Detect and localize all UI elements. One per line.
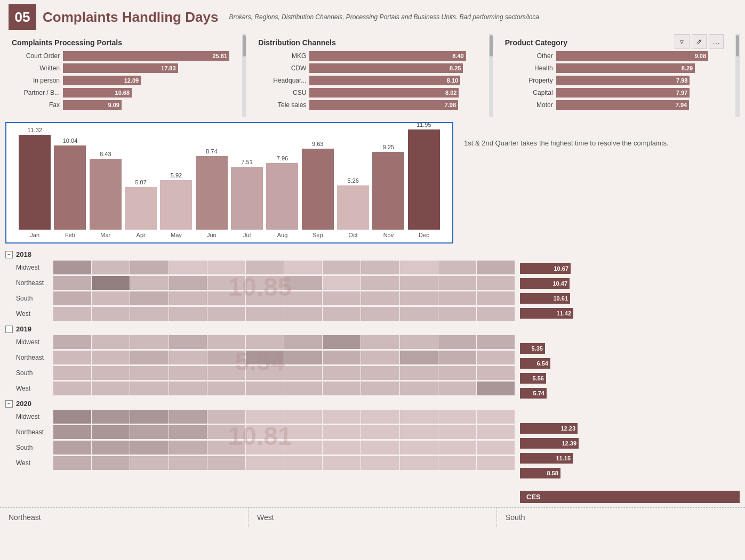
bar-fill: 9.09 (63, 100, 122, 110)
right-bar-value: 12.23 (560, 425, 575, 432)
bar-row: Capital7.97 (505, 88, 724, 98)
heatmap-cell (284, 307, 322, 321)
heatmap-cell (438, 366, 476, 380)
bar-container: 8.29 (556, 63, 724, 73)
right-bar-fill: 5.74 (520, 388, 547, 399)
bar-fill: 10.68 (63, 88, 132, 98)
bar-fill: 7.94 (556, 100, 690, 110)
bar-container: 10.68 (63, 88, 230, 98)
footer-tab-south[interactable]: South (497, 508, 745, 527)
month-col: 7.51Jul (229, 159, 265, 238)
right-bar-row: 10.61 (520, 291, 740, 305)
right-bar-fill: 10.47 (520, 278, 570, 289)
month-label: Nov (383, 232, 394, 238)
more-button[interactable]: … (709, 34, 724, 49)
right-bar-row: 5.56 (520, 371, 740, 385)
heatmap-cell (246, 382, 284, 395)
right-bar-value: 5.35 (532, 345, 543, 352)
heatmap-cell (477, 351, 515, 364)
region-label: West (5, 459, 53, 467)
heatmap-cell (361, 351, 399, 364)
bar-value-label: 8.29 (682, 65, 693, 71)
bar-row: CSU8.02 (258, 88, 477, 98)
month-label: Aug (277, 232, 288, 238)
monthly-bar-value: 7.51 (241, 159, 252, 165)
region-row: Northeast (5, 425, 515, 440)
heatmap-cell (400, 335, 438, 349)
footer-tab-northeast[interactable]: Northeast (0, 508, 249, 527)
heatmap-cell (53, 351, 91, 364)
heatmap-cell (284, 456, 322, 470)
bar-container: 8.40 (309, 51, 477, 61)
bar-container: 8.25 (309, 63, 477, 73)
monthly-chart: 11.32Jan10.04Feb8.43Mar5.07Apr5.92May8.7… (5, 122, 453, 244)
right-bar-row: 12.39 (520, 436, 740, 450)
monthly-bar-value: 10.04 (63, 137, 78, 144)
heatmap-cell (323, 366, 361, 380)
portals-scrollbar[interactable] (242, 34, 246, 117)
channels-title: Distribution Channels (258, 38, 477, 47)
monthly-bar-value: 9.63 (312, 141, 323, 147)
heatmap-cell (323, 276, 361, 290)
heatmap-cell (130, 276, 168, 290)
bar-value-label: 7.94 (676, 102, 687, 108)
product-panel: Product Category Other9.08Health8.29Prop… (499, 34, 730, 117)
heatmap-cell (207, 351, 245, 364)
heatmap-cell (361, 441, 399, 455)
bar-label: Health (505, 64, 553, 72)
product-scrollbar[interactable] (735, 34, 740, 117)
bar-fill: 8.25 (309, 63, 463, 73)
heatmap-cell (477, 276, 515, 290)
heatmap-cell (169, 366, 207, 380)
filter-icons: ▿ ⇗ … (675, 34, 724, 49)
monthly-bar-fill (408, 129, 440, 230)
heatmap-cell (53, 276, 91, 290)
heatmap-cell (130, 261, 168, 274)
heatmap-cell (477, 441, 515, 455)
bar-fill: 12.09 (63, 76, 141, 85)
bar-label: Partner / B... (12, 89, 60, 96)
region-container: 5.54MidwestNortheastSouthWest (5, 335, 515, 396)
right-bar-group: 5.356.545.565.74 (520, 329, 740, 400)
region-row: South (5, 366, 515, 380)
monthly-bar-value: 11.95 (416, 121, 431, 128)
heatmap-cell (207, 456, 245, 470)
heatmap-cell (246, 261, 284, 274)
month-label: Feb (65, 232, 75, 238)
heatmap-cell (92, 351, 130, 364)
heatmap-cell (246, 410, 284, 424)
region-row: Northeast (5, 350, 515, 365)
heatmap-cell (477, 382, 515, 395)
export-button[interactable]: ⇗ (692, 34, 707, 49)
heatmap-cell (246, 441, 284, 455)
heatmap-cell (361, 276, 399, 290)
footer-tab-west[interactable]: West (249, 508, 497, 527)
year-toggle[interactable]: − (5, 400, 13, 408)
heatmap-cell (92, 276, 130, 290)
monthly-bar-fill (231, 167, 263, 230)
filter-button[interactable]: ▿ (675, 34, 690, 49)
bar-container: 7.98 (309, 100, 477, 110)
month-col: 9.63Sep (300, 141, 335, 238)
bar-row: Written17.83 (12, 63, 230, 73)
year-label: 2018 (16, 250, 31, 258)
bar-value-label: 8.02 (445, 90, 456, 96)
bar-row: Health8.29 (505, 63, 724, 73)
bar-container: 8.10 (309, 76, 477, 85)
channels-scrollbar[interactable] (489, 34, 493, 117)
year-toggle[interactable]: − (5, 251, 13, 258)
right-bar-row: 10.47 (520, 277, 740, 290)
note-text: 1st & 2nd Quarter takes the highest time… (464, 138, 669, 149)
year-group-2018: −201810.85MidwestNortheastSouthWest (5, 249, 515, 321)
scroll-thumb-2 (490, 35, 493, 56)
month-label: Dec (419, 232, 429, 238)
bar-container: 9.09 (63, 100, 230, 110)
heatmap-cell (207, 291, 245, 305)
right-bar-fill: 6.54 (520, 358, 550, 369)
year-group-2019: −20195.54MidwestNortheastSouthWest (5, 323, 515, 396)
year-label: 2020 (16, 400, 31, 408)
bar-row: Tele sales7.98 (258, 100, 477, 110)
heatmap-cell (284, 366, 322, 380)
year-toggle[interactable]: − (5, 326, 13, 333)
heatmap-cell (130, 382, 168, 395)
